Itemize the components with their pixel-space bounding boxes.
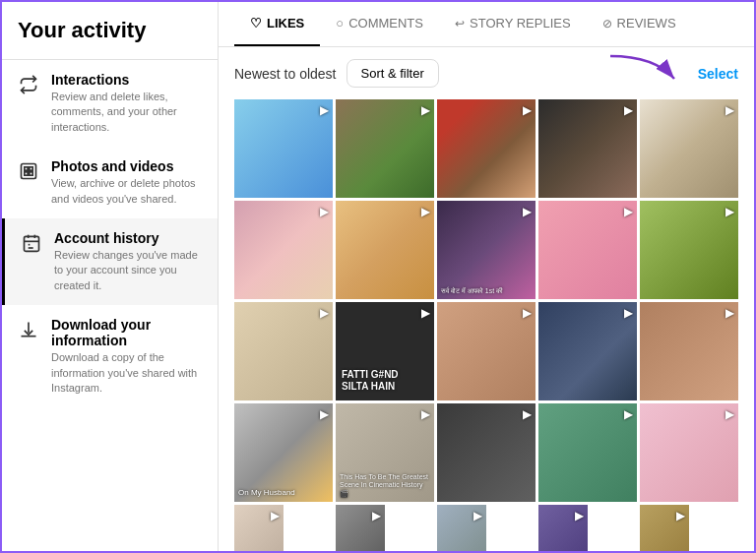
sidebar-title: Your activity bbox=[2, 18, 218, 60]
app-container: Your activity Interactions Review and de… bbox=[2, 2, 754, 551]
photo-cell-18[interactable]: ▶ bbox=[437, 403, 536, 502]
photo-cell-1[interactable]: ▶ bbox=[234, 99, 333, 198]
reel-icon-5: ▶ bbox=[725, 103, 734, 117]
sidebar-item-interactions[interactable]: Interactions Review and delete likes, co… bbox=[2, 60, 218, 147]
sort-filter-button[interactable]: Sort & filter bbox=[346, 59, 439, 88]
tab-reviews[interactable]: ⊘ REVIEWS bbox=[587, 2, 692, 46]
story-icon: ↩ bbox=[455, 17, 465, 31]
sort-label: Newest to oldest bbox=[234, 66, 337, 82]
content-area: Newest to oldest Sort & filter Select bbox=[219, 47, 754, 551]
interactions-desc: Review and delete likes, comments, and y… bbox=[51, 90, 202, 135]
svg-rect-4 bbox=[30, 172, 32, 175]
interactions-label: Interactions bbox=[51, 72, 202, 88]
photo-cell-2[interactable]: ▶ bbox=[336, 99, 434, 198]
main-content: ♡ LIKES ○ COMMENTS ↩ STORY REPLIES ⊘ REV… bbox=[219, 2, 754, 551]
photo-cell-20[interactable]: ▶ bbox=[640, 403, 738, 502]
photo-cell-16[interactable]: ▶ On My Husband bbox=[234, 403, 333, 502]
photo-cell-25[interactable]: ▶ bbox=[640, 505, 689, 551]
download-desc: Download a copy of the information you'v… bbox=[51, 350, 202, 396]
sidebar-item-download[interactable]: Download your information Download a cop… bbox=[2, 305, 218, 407]
photo-cell-21[interactable]: ▶ bbox=[234, 505, 284, 551]
reel-icon-1: ▶ bbox=[320, 103, 329, 117]
photos-videos-label: Photos and videos bbox=[51, 158, 202, 174]
photo-cell-15[interactable]: ▶ bbox=[640, 302, 738, 400]
photo-cell-9[interactable]: ▶ bbox=[538, 201, 637, 299]
photos-videos-icon bbox=[18, 160, 39, 182]
photo-grid: ▶ ▶ ▶ ▶ ▶ ▶ ▶ bbox=[234, 99, 738, 551]
photo-cell-7[interactable]: ▶ bbox=[336, 201, 434, 299]
photo-cell-24[interactable]: ▶ bbox=[538, 505, 588, 551]
reel-icon-20: ▶ bbox=[725, 407, 734, 421]
photo-cell-12[interactable]: FATTI G#NDSILTA HAIN ▶ bbox=[336, 302, 434, 400]
reel-icon-18: ▶ bbox=[523, 407, 532, 421]
photos-videos-text: Photos and videos View, archive or delet… bbox=[51, 158, 202, 207]
reel-icon-19: ▶ bbox=[624, 407, 633, 421]
reel-icon-22: ▶ bbox=[372, 509, 381, 522]
tab-reviews-label: REVIEWS bbox=[617, 16, 676, 31]
tab-likes[interactable]: ♡ LIKES bbox=[234, 2, 320, 46]
svg-rect-2 bbox=[30, 167, 32, 170]
reel-icon-24: ▶ bbox=[575, 509, 584, 522]
reel-icon-6: ▶ bbox=[320, 205, 329, 218]
download-label: Download your information bbox=[51, 317, 202, 348]
svg-rect-1 bbox=[25, 167, 28, 170]
photo-cell-14[interactable]: ▶ bbox=[538, 302, 637, 400]
filter-left: Newest to oldest Sort & filter bbox=[234, 59, 439, 88]
sidebar-item-account-history[interactable]: Account history Review changes you've ma… bbox=[2, 218, 218, 305]
photo-cell-22[interactable]: ▶ bbox=[336, 505, 385, 551]
photo-cell-10[interactable]: ▶ bbox=[640, 201, 738, 299]
tab-comments-label: COMMENTS bbox=[348, 16, 423, 31]
photo-cell-4[interactable]: ▶ bbox=[538, 99, 637, 198]
account-history-label: Account history bbox=[54, 230, 202, 246]
download-text: Download your information Download a cop… bbox=[51, 317, 202, 396]
sidebar-item-photos-videos[interactable]: Photos and videos View, archive or delet… bbox=[2, 147, 218, 218]
reel-icon-2: ▶ bbox=[421, 103, 430, 117]
tab-story-replies-label: STORY REPLIES bbox=[470, 16, 571, 31]
photo-cell-11[interactable]: ▶ bbox=[234, 302, 333, 400]
interactions-text: Interactions Review and delete likes, co… bbox=[51, 72, 202, 135]
photo-cell-5[interactable]: ▶ bbox=[640, 99, 738, 198]
cell-17-text: This Has To Be The Greatest Scene In Cin… bbox=[340, 473, 430, 498]
reel-icon-4: ▶ bbox=[624, 103, 633, 117]
photo-cell-13[interactable]: ▶ bbox=[437, 302, 536, 400]
photo-cell-23[interactable]: ▶ bbox=[437, 505, 486, 551]
svg-rect-3 bbox=[25, 172, 28, 175]
cell-12-text: FATTI G#NDSILTA HAIN bbox=[342, 369, 430, 393]
reel-icon-15: ▶ bbox=[725, 306, 734, 320]
arrow-annotation bbox=[605, 51, 684, 91]
photo-cell-17[interactable]: ▶ This Has To Be The Greatest Scene In C… bbox=[336, 403, 434, 502]
reel-icon-10: ▶ bbox=[725, 205, 734, 218]
reel-icon-11: ▶ bbox=[320, 306, 329, 320]
heart-icon: ♡ bbox=[250, 16, 262, 31]
photo-cell-6[interactable]: ▶ bbox=[234, 201, 333, 299]
account-history-text: Account history Review changes you've ma… bbox=[54, 230, 202, 293]
tab-story-replies[interactable]: ↩ STORY REPLIES bbox=[439, 2, 587, 46]
tab-likes-label: LIKES bbox=[267, 16, 304, 31]
photo-cell-3[interactable]: ▶ bbox=[437, 99, 536, 198]
sidebar: Your activity Interactions Review and de… bbox=[2, 2, 219, 551]
reel-icon-13: ▶ bbox=[523, 306, 532, 320]
reel-icon-21: ▶ bbox=[271, 509, 280, 522]
photos-videos-desc: View, archive or delete photos and video… bbox=[51, 176, 202, 207]
comment-icon: ○ bbox=[336, 16, 344, 31]
reel-icon-12: ▶ bbox=[421, 306, 430, 320]
tab-comments[interactable]: ○ COMMENTS bbox=[320, 2, 439, 46]
photo-cell-19[interactable]: ▶ bbox=[538, 403, 637, 502]
svg-rect-5 bbox=[25, 236, 39, 251]
select-button[interactable]: Select bbox=[698, 66, 738, 82]
reel-icon-8: ▶ bbox=[523, 205, 532, 218]
cell-8-text: सर्व वोट में आपको 1st की bbox=[441, 287, 532, 295]
reel-icon-7: ▶ bbox=[421, 205, 430, 218]
account-history-desc: Review changes you've made to your accou… bbox=[54, 248, 202, 293]
filter-bar: Newest to oldest Sort & filter Select bbox=[234, 59, 738, 88]
reel-icon-14: ▶ bbox=[624, 306, 633, 320]
reel-icon-3: ▶ bbox=[523, 103, 532, 117]
reel-icon-16: ▶ bbox=[320, 407, 329, 421]
reel-icon-25: ▶ bbox=[676, 509, 685, 522]
tabs-bar: ♡ LIKES ○ COMMENTS ↩ STORY REPLIES ⊘ REV… bbox=[219, 2, 754, 47]
cell-16-text: On My Husband bbox=[238, 488, 329, 498]
reel-icon-9: ▶ bbox=[624, 205, 633, 218]
interactions-icon bbox=[18, 74, 39, 95]
reel-icon-17: ▶ bbox=[421, 407, 430, 421]
photo-cell-8[interactable]: ▶ सर्व वोट में आपको 1st की bbox=[437, 201, 536, 299]
